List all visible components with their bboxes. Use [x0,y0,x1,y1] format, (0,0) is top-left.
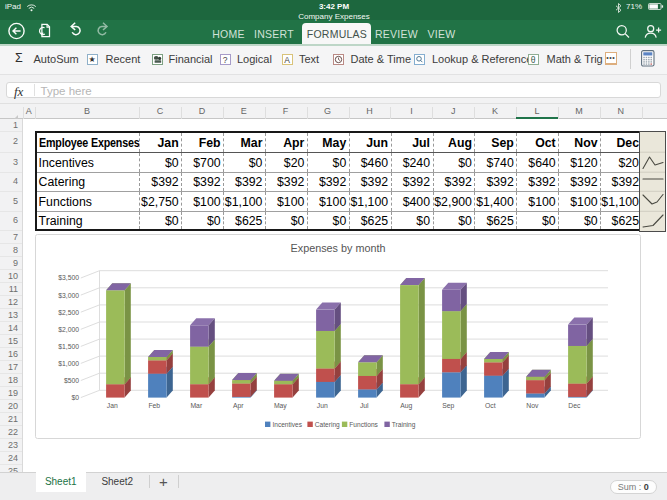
svg-text:$1,000: $1,000 [58,360,79,367]
svg-text:$3,000: $3,000 [58,292,79,299]
svg-text:Nov: Nov [526,402,539,409]
svg-text:Expenses by month: Expenses by month [290,242,385,254]
svg-text:May: May [273,402,286,410]
svg-text:$0: $0 [71,394,79,401]
svg-text:Aug: Aug [400,402,412,410]
svg-text:Jun: Jun [316,402,327,409]
svg-text:$2,500: $2,500 [58,309,79,316]
svg-text:Oct: Oct [485,402,496,409]
svg-text:$1,500: $1,500 [58,343,79,350]
svg-text:$2,000: $2,000 [58,326,79,333]
svg-text:Feb: Feb [148,402,160,409]
svg-text:Training: Training [391,421,415,429]
svg-text:Incentives: Incentives [272,421,302,428]
svg-text:Apr: Apr [233,402,244,410]
svg-text:$500: $500 [63,377,78,384]
svg-text:Catering: Catering [314,421,339,429]
svg-text:Mar: Mar [190,402,202,409]
svg-text:Sep: Sep [442,402,454,410]
svg-text:$3,500: $3,500 [58,275,79,282]
svg-text:Functions: Functions [349,421,378,428]
svg-text:Jan: Jan [106,402,117,409]
svg-text:Dec: Dec [568,402,581,409]
svg-text:Jul: Jul [360,402,369,409]
